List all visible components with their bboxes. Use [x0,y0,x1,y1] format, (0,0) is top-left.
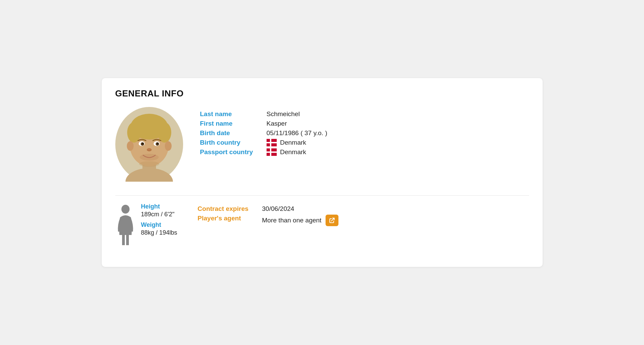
svg-point-16 [140,154,159,161]
players-agent-value: More than one agent [262,215,338,226]
svg-point-15 [147,148,152,151]
last-name-label: Last name [200,110,253,118]
body-stats: Height 189cm / 6'2" Weight 88kg / 194lbs [115,203,177,253]
svg-point-7 [127,141,134,151]
passport-country-label: Passport country [200,148,253,156]
svg-point-5 [127,122,141,143]
svg-point-24 [121,205,130,214]
birth-date-value: 05/11/1986 ( 37 y.o. ) [267,129,327,137]
weight-value: 88kg / 194lbs [141,229,177,236]
svg-rect-20 [267,142,277,143]
last-name-value: Schmeichel [267,110,327,118]
height-value: 189cm / 6'2" [141,211,177,218]
weight-label: Weight [141,221,177,229]
players-agent-label: Player's agent [198,215,249,226]
stats-text: Height 189cm / 6'2" Weight 88kg / 194lbs [141,203,177,240]
birth-country-label: Birth country [200,139,253,146]
svg-point-14 [157,143,158,144]
birth-date-label: Birth date [200,129,253,137]
first-name-value: Kasper [267,120,327,127]
contract-expires-label: Contract expires [198,205,249,213]
svg-point-8 [165,141,172,151]
player-info-grid: Last name Schmeichel First name Kasper B… [200,110,327,156]
contract-expires-value: 30/06/2024 [262,205,338,213]
general-info-card: GENERAL INFO [102,78,543,267]
passport-country-value: Denmark [267,148,327,156]
contract-grid: Contract expires 30/06/2024 Player's age… [198,205,338,226]
section-title: GENERAL INFO [115,88,529,99]
passport-country-flag [267,148,277,156]
svg-point-17 [139,161,159,167]
svg-rect-23 [267,151,277,153]
external-link-icon [329,217,335,224]
svg-point-6 [158,122,171,143]
bottom-section: Height 189cm / 6'2" Weight 88kg / 194lbs… [115,203,529,253]
first-name-label: First name [200,120,253,127]
svg-point-13 [142,143,143,144]
birth-country-flag [267,139,277,146]
agent-link-button[interactable] [326,215,338,226]
height-label: Height [141,203,177,210]
top-section: Last name Schmeichel First name Kasper B… [115,107,529,183]
divider [115,195,529,196]
body-silhouette-icon [115,204,136,253]
avatar [115,107,183,183]
birth-country-value: Denmark [267,139,327,146]
